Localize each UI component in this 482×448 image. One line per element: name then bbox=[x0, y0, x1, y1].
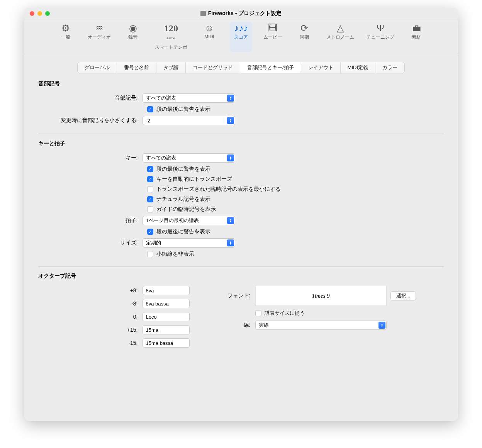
minimize-window-button[interactable] bbox=[37, 11, 42, 16]
tab-general[interactable]: ⚙︎ 一般 bbox=[54, 22, 77, 52]
subtab-numbers-names[interactable]: 番号と名前 bbox=[117, 62, 156, 73]
subtabs-wrap: グローバル 番号と名前 タブ譜 コードとグリッド 音部記号とキー/拍子 レイアウ… bbox=[38, 62, 444, 80]
oct-minus15-label: -15: bbox=[38, 340, 143, 346]
subtab-midi-def[interactable]: MIDI定義 bbox=[341, 62, 375, 73]
tab-label: 録音 bbox=[128, 34, 137, 41]
octave-heading: オクターブ記号 bbox=[38, 273, 444, 280]
guide-accidentals-checkbox[interactable] bbox=[147, 206, 153, 212]
time-select-value: 1ページ目の最初の譜表 bbox=[146, 217, 199, 224]
font-preview: Times 9 bbox=[255, 286, 387, 306]
octave-section: オクターブ記号 +8: -8: 0: bbox=[38, 273, 444, 351]
clef-section: 音部記号 音部記号: すべての譜表 ▴▾ ✓ 段の最後に警告を表示 変更時に音部… bbox=[38, 80, 444, 125]
zoom-window-button[interactable] bbox=[45, 11, 50, 16]
subtab-chords-grid[interactable]: コードとグリッド bbox=[186, 62, 240, 73]
waveform-icon: ♒︎ bbox=[95, 23, 104, 33]
content-area: グローバル 番号と名前 タブ譜 コードとグリッド 音部記号とキー/拍子 レイアウ… bbox=[24, 54, 458, 421]
main-toolbar: ⚙︎ 一般 ♒︎ オーディオ ◉ 録音 120 AUTO スマートテンポ ☺︎ … bbox=[24, 19, 458, 54]
settings-window: Fireworks - プロジェクト設定 ⚙︎ 一般 ♒︎ オーディオ ◉ 録音… bbox=[24, 8, 458, 421]
tab-label: ムービー bbox=[263, 34, 282, 41]
key-select[interactable]: すべての譜表 ▴▾ bbox=[143, 153, 235, 163]
key-warn-checkbox[interactable]: ✓ bbox=[147, 166, 153, 172]
font-field-label: フォント: bbox=[224, 292, 255, 299]
sync-icon: ⟳ bbox=[300, 23, 308, 33]
time-field-label: 拍子: bbox=[38, 217, 143, 224]
oct-minus8-input[interactable] bbox=[143, 299, 190, 308]
line-style-select[interactable]: 実線 ▴▾ bbox=[255, 321, 387, 330]
tab-smart-tempo[interactable]: 120 AUTO スマートテンポ bbox=[153, 22, 189, 52]
clef-warn-checkbox[interactable]: ✓ bbox=[147, 106, 153, 112]
subtab-color[interactable]: カラー bbox=[375, 62, 404, 73]
divider bbox=[38, 266, 444, 266]
tempo-icon: 120 AUTO bbox=[164, 23, 178, 43]
tab-movie[interactable]: 🎞︎ ムービー bbox=[261, 22, 284, 52]
subtab-global[interactable]: グローバル bbox=[78, 62, 117, 73]
tab-label: 素材 bbox=[412, 34, 421, 41]
min-accidentals-checkbox[interactable] bbox=[147, 186, 153, 192]
key-warn-label: 段の最後に警告を表示 bbox=[156, 166, 210, 173]
show-naturals-checkbox[interactable]: ✓ bbox=[147, 196, 153, 202]
hide-barlines-label: 小節線を非表示 bbox=[156, 251, 194, 258]
subtab-layout[interactable]: レイアウト bbox=[301, 62, 341, 73]
tab-score[interactable]: ♪♪♪ スコア bbox=[230, 22, 252, 52]
time-warn-checkbox[interactable]: ✓ bbox=[147, 229, 153, 235]
oct-minus15-input[interactable] bbox=[143, 338, 190, 348]
tempo-number: 120 bbox=[164, 23, 178, 33]
tab-metronome[interactable]: △ メトロノーム bbox=[325, 22, 356, 52]
clef-smaller-label: 変更時に音部記号を小さくする: bbox=[38, 117, 143, 124]
chevron-updown-icon: ▴▾ bbox=[227, 217, 234, 224]
tab-assets[interactable]: 💼︎ 素材 bbox=[405, 22, 428, 52]
titlebar: Fireworks - プロジェクト設定 bbox=[24, 8, 458, 19]
oct-zero-input[interactable] bbox=[143, 312, 190, 321]
chevron-updown-icon: ▴▾ bbox=[227, 117, 234, 124]
tab-midi[interactable]: ☺︎ MIDI bbox=[198, 22, 221, 52]
tab-record[interactable]: ◉ 録音 bbox=[122, 22, 144, 52]
briefcase-icon: 💼︎ bbox=[412, 23, 421, 33]
metronome-icon: △ bbox=[337, 23, 344, 33]
key-field-label: キー: bbox=[38, 154, 143, 161]
window-title-wrap: Fireworks - プロジェクト設定 bbox=[24, 10, 458, 17]
tab-label: オーディオ bbox=[88, 34, 111, 41]
tuning-fork-icon: Ψ bbox=[377, 23, 384, 33]
app-icon bbox=[200, 11, 206, 16]
clef-smaller-value: -2 bbox=[146, 118, 151, 124]
divider bbox=[38, 134, 444, 134]
subtab-tablature[interactable]: タブ譜 bbox=[156, 62, 186, 73]
chevron-updown-icon: ▴▾ bbox=[227, 154, 234, 161]
record-icon: ◉ bbox=[129, 23, 137, 33]
oct-zero-label: 0: bbox=[38, 314, 143, 320]
oct-plus15-input[interactable] bbox=[143, 325, 190, 334]
oct-plus8-label: +8: bbox=[38, 287, 143, 294]
tab-label: MIDI bbox=[204, 34, 214, 39]
clef-warn-label: 段の最後に警告を表示 bbox=[156, 106, 210, 113]
clef-smaller-select[interactable]: -2 ▴▾ bbox=[143, 116, 235, 125]
hide-barlines-checkbox[interactable] bbox=[147, 251, 153, 257]
gear-icon: ⚙︎ bbox=[61, 23, 70, 33]
score-icon: ♪♪♪ bbox=[234, 23, 248, 33]
tab-sync[interactable]: ⟳ 同期 bbox=[293, 22, 316, 52]
size-select[interactable]: 定期的 ▴▾ bbox=[143, 238, 235, 248]
tab-label: スコア bbox=[234, 34, 248, 41]
oct-minus8-label: -8: bbox=[38, 300, 143, 307]
tab-label: メトロノーム bbox=[326, 34, 354, 41]
tab-label: スマートテンポ bbox=[155, 44, 187, 51]
tab-label: 一般 bbox=[61, 34, 70, 41]
close-window-button[interactable] bbox=[30, 11, 34, 16]
tab-tuning[interactable]: Ψ チューニング bbox=[365, 22, 396, 52]
octave-left-column: +8: -8: 0: +15: bbox=[38, 286, 190, 351]
oct-plus8-input[interactable] bbox=[143, 286, 190, 295]
min-accidentals-label: トランスポーズされた臨時記号の表示を最小にする bbox=[156, 186, 281, 193]
time-select[interactable]: 1ページ目の最初の譜表 ▴▾ bbox=[143, 216, 235, 225]
font-select-button[interactable]: 選択... bbox=[390, 291, 416, 300]
chevron-updown-icon: ▴▾ bbox=[227, 95, 234, 102]
auto-transpose-checkbox[interactable]: ✓ bbox=[147, 176, 153, 182]
size-field-label: サイズ: bbox=[38, 239, 143, 246]
subtab-clefs-keys[interactable]: 音部記号とキー/拍子 bbox=[240, 62, 301, 73]
follow-staff-size-checkbox[interactable] bbox=[255, 310, 261, 316]
clef-select-value: すべての譜表 bbox=[146, 95, 176, 102]
score-subtabs: グローバル 番号と名前 タブ譜 コードとグリッド 音部記号とキー/拍子 レイアウ… bbox=[77, 62, 405, 73]
tab-audio[interactable]: ♒︎ オーディオ bbox=[86, 22, 112, 52]
oct-plus15-label: +15: bbox=[38, 327, 143, 333]
size-select-value: 定期的 bbox=[146, 239, 161, 246]
tab-label: 同期 bbox=[300, 34, 309, 41]
clef-select[interactable]: すべての譜表 ▴▾ bbox=[143, 93, 235, 103]
